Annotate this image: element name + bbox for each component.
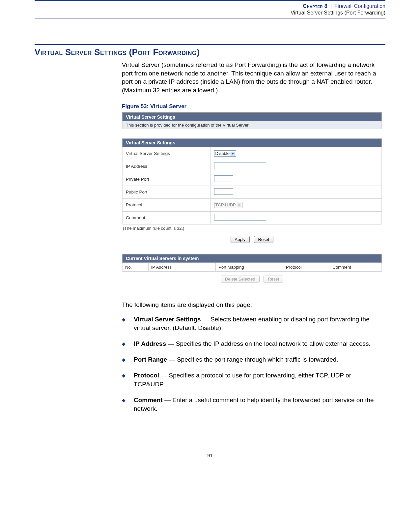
row-protocol: Protocol TCP&UDP▾	[123, 198, 382, 211]
list-item: ◆ Comment — Enter a useful comment to he…	[122, 396, 382, 413]
col-no: No.	[123, 263, 149, 271]
select-protocol-value: TCP&UDP	[215, 202, 236, 207]
label-private-port: Private Port	[123, 173, 211, 186]
settings-form-table: Virtual Server Settings Disable▾ IP Addr…	[122, 147, 382, 224]
list-item: ◆ IP Address — Specifies the IP address …	[122, 340, 382, 348]
label-ip: IP Address	[123, 160, 211, 173]
term-portrange: Port Range	[134, 356, 167, 363]
bullet-icon: ◆	[122, 355, 134, 364]
header-section: Firewall Configuration	[334, 3, 385, 9]
term-vss: Virtual Server Settings	[134, 316, 201, 323]
section-rule	[35, 44, 385, 45]
figure-caption: Figure 53: Virtual Server	[122, 103, 382, 110]
label-vss: Virtual Server Settings	[123, 147, 211, 160]
bullet-icon: ◆	[122, 340, 134, 348]
bullet-icon: ◆	[122, 315, 134, 332]
input-comment[interactable]	[214, 214, 266, 221]
select-vss-value: Disable	[215, 151, 230, 156]
desc-protocol: — Specifies a protocol to use for port f…	[134, 372, 351, 387]
desc-comment: — Enter a useful comment to help identif…	[134, 397, 374, 412]
chevron-down-icon: ▾	[237, 203, 241, 207]
row-virtual-server-settings: Virtual Server Settings Disable▾	[123, 147, 382, 160]
col-protocol: Protocol	[283, 263, 330, 271]
chapter-label: Chapter 8	[303, 3, 328, 9]
col-ip: IP Address	[148, 263, 216, 271]
input-ip-address[interactable]	[214, 163, 266, 169]
row-private-port: Private Port	[123, 173, 382, 186]
term-protocol: Protocol	[134, 372, 159, 379]
label-comment: Comment	[123, 211, 211, 224]
col-comment: Comment	[330, 263, 381, 271]
row-ip-address: IP Address	[123, 160, 382, 173]
delete-selected-button[interactable]: Delete Selected	[221, 276, 260, 282]
panel-header-1: Virtual Server Settings	[122, 113, 382, 121]
header-top-rule	[35, 0, 385, 1]
term-ip: IP Address	[134, 340, 166, 347]
header-subsection: Virtual Server Settings (Port Forwarding…	[35, 10, 385, 16]
desc-portrange: — Specifies the port range through which…	[167, 356, 338, 363]
term-comment: Comment	[134, 397, 163, 403]
input-private-port[interactable]	[214, 175, 233, 182]
max-rule-note: (The maximum rule count is 32.)	[122, 224, 382, 234]
desc-ip: — Specifies the IP address on the local …	[166, 340, 371, 347]
label-protocol: Protocol	[123, 198, 211, 211]
input-public-port[interactable]	[214, 188, 233, 195]
list-item: ◆ Protocol — Specifies a protocol to use…	[122, 371, 382, 388]
label-public-port: Public Port	[123, 186, 211, 198]
list-item: ◆ Virtual Server Settings — Selects betw…	[122, 315, 382, 332]
list-item: ◆ Port Range — Specifies the port range …	[122, 355, 382, 364]
items-intro: The following items are displayed on thi…	[122, 301, 382, 309]
select-vss[interactable]: Disable▾	[214, 150, 236, 157]
panel-description: This section is provided for the configu…	[122, 121, 382, 129]
bullet-icon: ◆	[122, 396, 134, 413]
row-public-port: Public Port	[123, 186, 382, 198]
panel-header-3: Current Virtual Servers in system	[122, 254, 382, 263]
bullet-list: ◆ Virtual Server Settings — Selects betw…	[122, 315, 382, 413]
page-header: Chapter 8 | Firewall Configuration Virtu…	[35, 3, 385, 16]
col-portmap: Port Mapping	[216, 263, 283, 271]
figure-screenshot: Virtual Server Settings This section is …	[122, 112, 382, 290]
intro-paragraph: Virtual Server (sometimes referred to as…	[122, 61, 382, 95]
panel-header-2: Virtual Server Settings	[122, 138, 382, 147]
section-title: Virtual Server Settings (Port Forwarding…	[35, 47, 420, 57]
row-comment: Comment	[123, 211, 382, 224]
chevron-down-icon: ▾	[231, 152, 235, 156]
header-bottom-rule	[35, 18, 385, 18]
page-number: – 91 –	[0, 453, 420, 458]
reset-button[interactable]: Reset	[254, 236, 274, 243]
select-protocol[interactable]: TCP&UDP▾	[214, 202, 242, 208]
header-separator: |	[329, 3, 333, 9]
bullet-icon: ◆	[122, 371, 134, 388]
current-servers-table: No. IP Address Port Mapping Protocol Com…	[122, 263, 382, 272]
reset-button-2[interactable]: Reset	[264, 276, 283, 282]
apply-button[interactable]: Apply	[231, 236, 250, 243]
